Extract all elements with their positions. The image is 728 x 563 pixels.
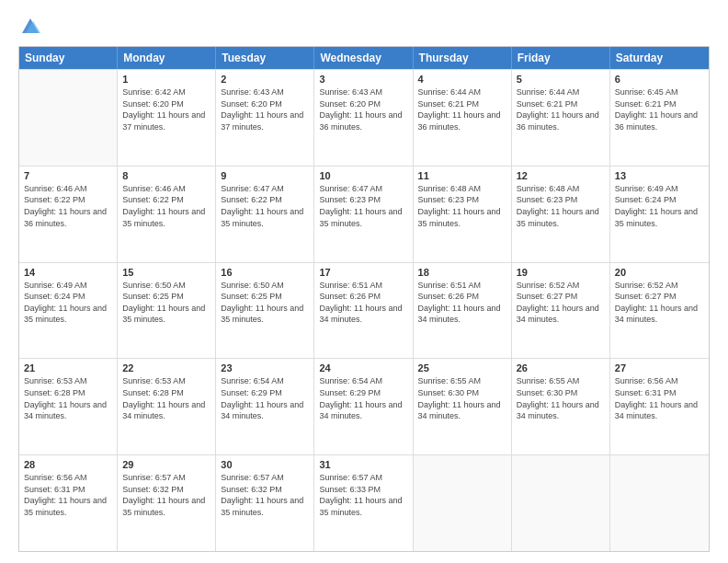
day-header-wednesday: Wednesday	[314, 47, 413, 69]
day-number: 9	[221, 170, 309, 181]
calendar-cell: 26Sunrise: 6:55 AM Sunset: 6:30 PM Dayli…	[512, 359, 610, 454]
calendar-cell: 3Sunrise: 6:43 AM Sunset: 6:20 PM Daylig…	[314, 70, 413, 166]
calendar-cell: 23Sunrise: 6:54 AM Sunset: 6:29 PM Dayli…	[216, 359, 314, 454]
header	[18, 17, 710, 37]
day-number: 26	[517, 362, 605, 373]
day-number: 2	[221, 74, 309, 85]
calendar-cell: 29Sunrise: 6:57 AM Sunset: 6:32 PM Dayli…	[118, 455, 216, 551]
day-number: 31	[319, 459, 407, 470]
calendar-cell: 24Sunrise: 6:54 AM Sunset: 6:29 PM Dayli…	[314, 359, 413, 454]
calendar-cell: 12Sunrise: 6:48 AM Sunset: 6:23 PM Dayli…	[512, 167, 610, 262]
day-number: 10	[319, 170, 407, 181]
calendar-cell: 11Sunrise: 6:48 AM Sunset: 6:23 PM Dayli…	[414, 167, 512, 262]
calendar-cell: 7Sunrise: 6:46 AM Sunset: 6:22 PM Daylig…	[19, 167, 118, 262]
calendar-cell	[610, 455, 709, 551]
cell-sun-info: Sunrise: 6:44 AM Sunset: 6:21 PM Dayligh…	[517, 86, 605, 132]
calendar-cell: 8Sunrise: 6:46 AM Sunset: 6:22 PM Daylig…	[118, 167, 216, 262]
calendar-cell: 2Sunrise: 6:43 AM Sunset: 6:20 PM Daylig…	[216, 70, 314, 166]
calendar-cell: 19Sunrise: 6:52 AM Sunset: 6:27 PM Dayli…	[512, 263, 610, 359]
calendar-cell: 1Sunrise: 6:42 AM Sunset: 6:20 PM Daylig…	[118, 70, 216, 166]
cell-sun-info: Sunrise: 6:52 AM Sunset: 6:27 PM Dayligh…	[517, 280, 605, 326]
cell-sun-info: Sunrise: 6:54 AM Sunset: 6:29 PM Dayligh…	[319, 375, 407, 421]
calendar-week-5: 28Sunrise: 6:56 AM Sunset: 6:31 PM Dayli…	[19, 454, 709, 551]
page: SundayMondayTuesdayWednesdayThursdayFrid…	[0, 0, 728, 563]
calendar-cell: 10Sunrise: 6:47 AM Sunset: 6:23 PM Dayli…	[314, 167, 413, 262]
cell-sun-info: Sunrise: 6:57 AM Sunset: 6:32 PM Dayligh…	[221, 472, 309, 518]
cell-sun-info: Sunrise: 6:47 AM Sunset: 6:22 PM Dayligh…	[221, 183, 309, 229]
cell-sun-info: Sunrise: 6:50 AM Sunset: 6:25 PM Dayligh…	[221, 280, 309, 326]
day-number: 7	[24, 170, 112, 181]
day-number: 18	[418, 267, 506, 278]
day-number: 3	[319, 74, 407, 85]
cell-sun-info: Sunrise: 6:47 AM Sunset: 6:23 PM Dayligh…	[319, 183, 407, 229]
calendar-cell	[19, 70, 118, 166]
cell-sun-info: Sunrise: 6:55 AM Sunset: 6:30 PM Dayligh…	[517, 375, 605, 421]
day-number: 25	[418, 362, 506, 373]
day-number: 23	[221, 362, 309, 373]
day-header-tuesday: Tuesday	[216, 47, 314, 69]
cell-sun-info: Sunrise: 6:46 AM Sunset: 6:22 PM Dayligh…	[122, 183, 210, 229]
calendar: SundayMondayTuesdayWednesdayThursdayFrid…	[18, 46, 710, 552]
cell-sun-info: Sunrise: 6:56 AM Sunset: 6:31 PM Dayligh…	[615, 375, 704, 421]
day-header-friday: Friday	[512, 47, 610, 69]
calendar-cell: 22Sunrise: 6:53 AM Sunset: 6:28 PM Dayli…	[118, 359, 216, 454]
cell-sun-info: Sunrise: 6:43 AM Sunset: 6:20 PM Dayligh…	[319, 86, 407, 132]
cell-sun-info: Sunrise: 6:45 AM Sunset: 6:21 PM Dayligh…	[615, 86, 704, 132]
calendar-header: SundayMondayTuesdayWednesdayThursdayFrid…	[19, 47, 709, 69]
calendar-cell: 25Sunrise: 6:55 AM Sunset: 6:30 PM Dayli…	[414, 359, 512, 454]
day-number: 22	[122, 362, 210, 373]
calendar-cell: 9Sunrise: 6:47 AM Sunset: 6:22 PM Daylig…	[216, 167, 314, 262]
day-number: 12	[517, 170, 605, 181]
cell-sun-info: Sunrise: 6:52 AM Sunset: 6:27 PM Dayligh…	[615, 280, 704, 326]
cell-sun-info: Sunrise: 6:57 AM Sunset: 6:32 PM Dayligh…	[122, 472, 210, 518]
calendar-cell	[414, 455, 512, 551]
calendar-cell: 18Sunrise: 6:51 AM Sunset: 6:26 PM Dayli…	[414, 263, 512, 359]
day-number: 15	[122, 267, 210, 278]
calendar-cell: 14Sunrise: 6:49 AM Sunset: 6:24 PM Dayli…	[19, 263, 118, 359]
cell-sun-info: Sunrise: 6:55 AM Sunset: 6:30 PM Dayligh…	[418, 375, 506, 421]
cell-sun-info: Sunrise: 6:48 AM Sunset: 6:23 PM Dayligh…	[418, 183, 506, 229]
day-number: 4	[418, 74, 506, 85]
calendar-cell: 28Sunrise: 6:56 AM Sunset: 6:31 PM Dayli…	[19, 455, 118, 551]
calendar-cell: 16Sunrise: 6:50 AM Sunset: 6:25 PM Dayli…	[216, 263, 314, 359]
calendar-cell: 30Sunrise: 6:57 AM Sunset: 6:32 PM Dayli…	[216, 455, 314, 551]
calendar-cell: 15Sunrise: 6:50 AM Sunset: 6:25 PM Dayli…	[118, 263, 216, 359]
calendar-cell	[512, 455, 610, 551]
calendar-cell: 6Sunrise: 6:45 AM Sunset: 6:21 PM Daylig…	[610, 70, 709, 166]
calendar-week-4: 21Sunrise: 6:53 AM Sunset: 6:28 PM Dayli…	[19, 358, 709, 454]
calendar-cell: 17Sunrise: 6:51 AM Sunset: 6:26 PM Dayli…	[314, 263, 413, 359]
cell-sun-info: Sunrise: 6:49 AM Sunset: 6:24 PM Dayligh…	[615, 183, 704, 229]
calendar-cell: 4Sunrise: 6:44 AM Sunset: 6:21 PM Daylig…	[414, 70, 512, 166]
calendar-cell: 21Sunrise: 6:53 AM Sunset: 6:28 PM Dayli…	[19, 359, 118, 454]
day-number: 19	[517, 267, 605, 278]
day-number: 30	[221, 459, 309, 470]
logo-icon	[20, 17, 40, 37]
day-header-sunday: Sunday	[19, 47, 118, 69]
day-number: 27	[615, 362, 704, 373]
cell-sun-info: Sunrise: 6:50 AM Sunset: 6:25 PM Dayligh…	[122, 280, 210, 326]
calendar-cell: 13Sunrise: 6:49 AM Sunset: 6:24 PM Dayli…	[610, 167, 709, 262]
calendar-cell: 5Sunrise: 6:44 AM Sunset: 6:21 PM Daylig…	[512, 70, 610, 166]
cell-sun-info: Sunrise: 6:56 AM Sunset: 6:31 PM Dayligh…	[24, 472, 112, 518]
day-header-monday: Monday	[118, 47, 216, 69]
cell-sun-info: Sunrise: 6:51 AM Sunset: 6:26 PM Dayligh…	[418, 280, 506, 326]
day-number: 14	[24, 267, 112, 278]
logo	[18, 17, 40, 37]
calendar-cell: 20Sunrise: 6:52 AM Sunset: 6:27 PM Dayli…	[610, 263, 709, 359]
cell-sun-info: Sunrise: 6:42 AM Sunset: 6:20 PM Dayligh…	[122, 86, 210, 132]
day-number: 24	[319, 362, 407, 373]
cell-sun-info: Sunrise: 6:51 AM Sunset: 6:26 PM Dayligh…	[319, 280, 407, 326]
calendar-week-1: 1Sunrise: 6:42 AM Sunset: 6:20 PM Daylig…	[19, 69, 709, 166]
calendar-week-2: 7Sunrise: 6:46 AM Sunset: 6:22 PM Daylig…	[19, 166, 709, 262]
cell-sun-info: Sunrise: 6:54 AM Sunset: 6:29 PM Dayligh…	[221, 375, 309, 421]
cell-sun-info: Sunrise: 6:43 AM Sunset: 6:20 PM Dayligh…	[221, 86, 309, 132]
calendar-cell: 31Sunrise: 6:57 AM Sunset: 6:33 PM Dayli…	[314, 455, 413, 551]
day-number: 17	[319, 267, 407, 278]
day-number: 13	[615, 170, 704, 181]
day-number: 1	[122, 74, 210, 85]
cell-sun-info: Sunrise: 6:53 AM Sunset: 6:28 PM Dayligh…	[122, 375, 210, 421]
cell-sun-info: Sunrise: 6:57 AM Sunset: 6:33 PM Dayligh…	[319, 472, 407, 518]
day-number: 5	[517, 74, 605, 85]
cell-sun-info: Sunrise: 6:44 AM Sunset: 6:21 PM Dayligh…	[418, 86, 506, 132]
cell-sun-info: Sunrise: 6:46 AM Sunset: 6:22 PM Dayligh…	[24, 183, 112, 229]
